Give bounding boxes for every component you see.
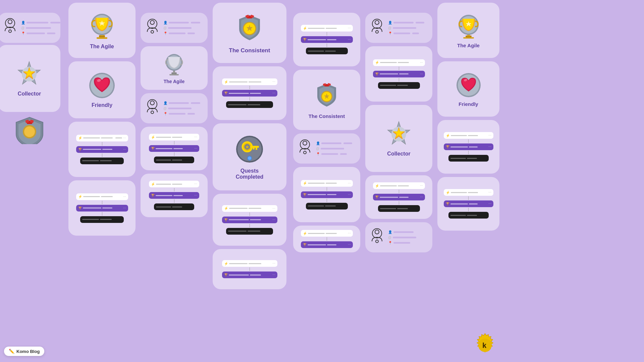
svg-point-55 bbox=[303, 141, 307, 145]
profile-card-col3-2: 👤 @ 📍 bbox=[141, 93, 208, 123]
flow-card-center-2: ⚡ ⋯ 🏆 ⋯ bbox=[213, 194, 286, 246]
flow-card-col3-1: ⚡ ⋯ 🏆 ⋯ bbox=[141, 127, 208, 170]
svg-point-8 bbox=[24, 126, 35, 137]
svg-rect-68 bbox=[463, 37, 474, 39]
svg-rect-42 bbox=[250, 146, 259, 148]
trophy-gold-icon-right bbox=[455, 13, 482, 42]
the-agile-badge-col3: The Agile bbox=[141, 46, 208, 90]
blog-button-label: Komo Blog bbox=[16, 349, 40, 354]
svg-point-46 bbox=[248, 157, 251, 160]
the-agile-badge-col2: The Agile bbox=[68, 3, 136, 58]
flow-card-col5-3: ⚡ ⋯ 🏆 ⋯ bbox=[293, 226, 360, 252]
svg-point-65 bbox=[375, 230, 379, 234]
flow-card-col6-2: ⚡ ⋯ 🏆 ⋯ bbox=[365, 175, 432, 219]
edit-icon: ✏️ bbox=[9, 349, 14, 354]
page: 👤 @ 📍 bbox=[0, 0, 644, 362]
svg-rect-44 bbox=[253, 148, 255, 149]
komo-badge-area: k bbox=[437, 333, 499, 359]
profile-card-col3-1: 👤 @ 📍 bbox=[141, 13, 208, 43]
ui-strip-white-1: ⚡ ⋯ bbox=[76, 135, 128, 141]
flow-card-col6-1: ⚡ ⋯ 🏆 ⋯ bbox=[365, 46, 432, 102]
avatar-icon-col5 bbox=[297, 138, 313, 159]
avatar-icon-2 bbox=[144, 18, 161, 38]
svg-text:k: k bbox=[482, 341, 487, 350]
collector-label: Collector bbox=[18, 91, 41, 97]
svg-rect-25 bbox=[169, 74, 179, 75]
the-agile-label-col2: The Agile bbox=[90, 44, 114, 50]
flow-card-col2-2: ⚡ ⋯ 🏆 ⋯ bbox=[68, 180, 136, 236]
key-badge-icon bbox=[234, 134, 265, 166]
blog-button[interactable]: ✏️ Komo Blog bbox=[4, 347, 44, 356]
col-5: ⚡ ⋯ 🏆 ⋯ bbox=[292, 0, 364, 362]
friendly-badge-right: Friendly bbox=[437, 61, 499, 117]
svg-point-31 bbox=[151, 111, 154, 114]
profile-card-col6-bottom: 👤 @ 📍 bbox=[365, 222, 432, 252]
the-agile-label-col3: The Agile bbox=[164, 79, 185, 84]
profile-card-col5: 👤 @ 📍 bbox=[293, 133, 360, 164]
svg-point-59 bbox=[376, 31, 378, 33]
avatar-icon-col6 bbox=[369, 18, 385, 38]
svg-point-2 bbox=[9, 30, 11, 33]
svg-point-66 bbox=[376, 240, 378, 243]
flow-card-center-3: ⚡ ⋯ 🏆 ⋯ bbox=[213, 249, 286, 289]
collector-badge-col6: Collector bbox=[365, 105, 432, 172]
trophy-silver-icon bbox=[162, 52, 186, 78]
svg-point-30 bbox=[150, 101, 154, 105]
quests-completed-label: QuestsCompleted bbox=[236, 168, 264, 180]
heart-badge-icon-right bbox=[455, 71, 482, 100]
quests-completed-badge: QuestsCompleted bbox=[213, 123, 286, 190]
profile-card: 👤 @ 📍 bbox=[0, 13, 60, 43]
col-center: The Consistent ⚡ ⋯ 🏆 ⋯ bbox=[211, 0, 292, 362]
flow-card-col3-2: ⚡ ⋯ 🏆 ⋯ bbox=[141, 174, 208, 217]
svg-point-58 bbox=[375, 20, 379, 24]
svg-point-1 bbox=[8, 20, 12, 24]
col-6: 👤 @ 📍 ⚡ ⋯ 🏆 ⋯ bbox=[364, 0, 436, 362]
flow-card-right-1: ⚡ ⋯ 🏆 ⋯ bbox=[437, 120, 499, 174]
friendly-label-right: Friendly bbox=[459, 101, 478, 107]
svg-point-56 bbox=[304, 151, 306, 154]
avatar-icon-3 bbox=[144, 98, 161, 118]
shield-medal-icon bbox=[234, 12, 266, 45]
flow-card-col5-1: ⚡ ⋯ 🏆 ⋯ bbox=[293, 13, 360, 66]
col-2: The Agile Friendly ⚡ bbox=[67, 0, 139, 362]
flow-card-center-1: ⚡ ⋯ 🏆 ⋯ bbox=[213, 66, 286, 120]
flow-card-col5-2: ⚡ ⋯ 🏆 ⋯ bbox=[293, 167, 360, 222]
the-agile-label-far-right: The Agile bbox=[457, 43, 480, 48]
col-far-left: 👤 @ 📍 bbox=[0, 0, 67, 362]
ui-strip-purple-1: 🏆 ⋯ bbox=[76, 146, 128, 153]
partial-shield-card bbox=[0, 114, 60, 147]
svg-point-22 bbox=[150, 20, 154, 24]
col-3: 👤 @ 📍 The Agile bbox=[139, 0, 211, 362]
the-consistent-badge-center: The Consistent bbox=[213, 3, 286, 63]
the-agile-badge-far-right: The Agile bbox=[437, 3, 499, 58]
friendly-label-col2: Friendly bbox=[92, 102, 112, 108]
svg-rect-43 bbox=[256, 148, 257, 150]
svg-rect-13 bbox=[97, 37, 107, 39]
collector-badge-card: Collector bbox=[0, 45, 60, 112]
heart-badge-icon bbox=[88, 71, 116, 101]
ui-strip-black-1 bbox=[80, 158, 124, 164]
collector-label-col6: Collector bbox=[387, 151, 410, 157]
komo-badge-icon: k bbox=[473, 333, 498, 359]
trophy-gold-icon bbox=[87, 11, 117, 42]
the-consistent-badge-col5: The Consistent bbox=[293, 70, 360, 130]
the-consistent-label-center: The Consistent bbox=[229, 47, 270, 54]
flow-card-col2-1: ⚡ ⋯ 🏆 ⋯ bbox=[68, 122, 136, 177]
col-far-right: The Agile Friendly ⚡ ⋯ bbox=[436, 0, 503, 362]
flow-card-right-2: ⚡ ⋯ 🏆 ⋯ bbox=[437, 177, 499, 231]
star-badge-icon bbox=[15, 60, 44, 90]
star-badge-icon-col6 bbox=[385, 120, 413, 150]
avatar-icon-col6-bottom bbox=[369, 227, 385, 247]
avatar-icon bbox=[2, 17, 18, 37]
friendly-badge-col2: Friendly bbox=[68, 61, 136, 118]
profile-card-col6: 👤 @ 📍 bbox=[365, 13, 432, 43]
svg-point-23 bbox=[151, 31, 154, 33]
shield-icon-col5 bbox=[313, 81, 341, 111]
the-consistent-label-col5: The Consistent bbox=[309, 113, 345, 119]
